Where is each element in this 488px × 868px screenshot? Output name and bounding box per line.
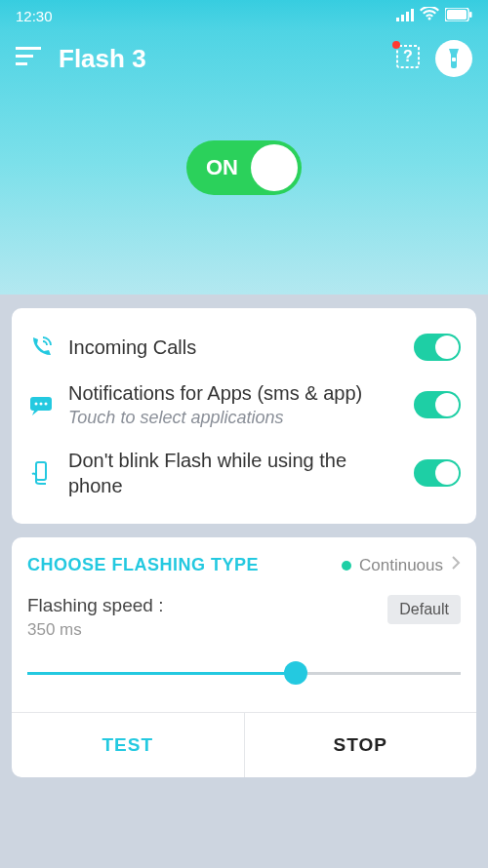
svg-rect-5	[447, 10, 467, 20]
speed-label: Flashing speed :	[27, 595, 163, 616]
phone-in-hand-icon	[27, 460, 55, 486]
toggle-notifications[interactable]	[414, 391, 461, 418]
default-button[interactable]: Default	[387, 595, 461, 624]
svg-rect-1	[401, 15, 404, 21]
main-toggle-knob	[251, 144, 298, 191]
flashing-type-row[interactable]: CHOOSE FLASHING TYPE Continuous	[27, 555, 461, 595]
svg-point-15	[40, 402, 43, 405]
status-icons	[396, 7, 472, 24]
status-bar: 12:30	[0, 0, 488, 31]
action-row: TEST STOP	[12, 712, 476, 777]
toggle-incoming-calls[interactable]	[414, 334, 461, 361]
notification-dot-icon	[392, 41, 400, 49]
option-title: Incoming Calls	[68, 335, 400, 360]
app-title: Flash 3	[59, 44, 146, 74]
section-title: CHOOSE FLASHING TYPE	[27, 555, 259, 575]
svg-rect-12	[452, 58, 456, 61]
option-dont-blink[interactable]: Don't blink Flash while using the phone	[27, 438, 461, 508]
speed-row: Flashing speed : 350 ms Default	[27, 595, 461, 640]
options-card: Incoming Calls Notifications for Apps (s…	[12, 308, 476, 524]
svg-rect-8	[16, 55, 33, 58]
message-icon	[27, 392, 55, 417]
flashing-card: CHOOSE FLASHING TYPE Continuous Flashing…	[12, 537, 476, 777]
test-button[interactable]: TEST	[12, 713, 245, 777]
flashlight-button[interactable]	[435, 40, 472, 77]
menu-icon[interactable]	[16, 47, 41, 70]
svg-text:?: ?	[403, 48, 413, 64]
status-dot-icon	[342, 561, 351, 571]
svg-point-14	[35, 402, 38, 405]
speed-slider[interactable]	[27, 661, 461, 685]
app-bar: Flash 3 ?	[16, 31, 472, 86]
chevron-right-icon	[451, 555, 461, 575]
status-time: 12:30	[16, 8, 53, 24]
svg-point-16	[45, 402, 48, 405]
help-icon[interactable]: ?	[394, 43, 422, 74]
main-toggle-label: ON	[206, 155, 238, 180]
type-label: Continuous	[359, 556, 443, 575]
svg-rect-3	[411, 9, 414, 21]
signal-icon	[396, 8, 414, 24]
header-area: Flash 3 ? ON	[0, 31, 488, 295]
phone-icon	[27, 335, 55, 360]
option-notifications[interactable]: Notifications for Apps (sms & app) Touch…	[27, 371, 461, 438]
option-incoming-calls[interactable]: Incoming Calls	[27, 324, 461, 371]
flashing-type-value: Continuous	[342, 555, 461, 575]
stop-button[interactable]: STOP	[245, 713, 477, 777]
svg-rect-0	[396, 18, 399, 21]
slider-fill	[27, 672, 296, 675]
svg-rect-7	[16, 47, 41, 50]
svg-rect-17	[36, 462, 46, 480]
toggle-dont-blink[interactable]	[414, 459, 461, 487]
content: Incoming Calls Notifications for Apps (s…	[0, 295, 488, 777]
main-power-toggle[interactable]: ON	[186, 140, 302, 195]
svg-rect-9	[16, 62, 27, 65]
option-subtitle: Touch to select applications	[68, 408, 400, 428]
battery-icon	[445, 8, 472, 24]
slider-thumb[interactable]	[284, 661, 307, 685]
wifi-icon	[420, 7, 439, 24]
speed-value: 350 ms	[27, 620, 163, 640]
option-title: Don't blink Flash while using the phone	[68, 448, 400, 498]
svg-rect-2	[406, 12, 409, 21]
svg-rect-6	[469, 12, 472, 18]
option-title: Notifications for Apps (sms & app)	[68, 380, 400, 406]
